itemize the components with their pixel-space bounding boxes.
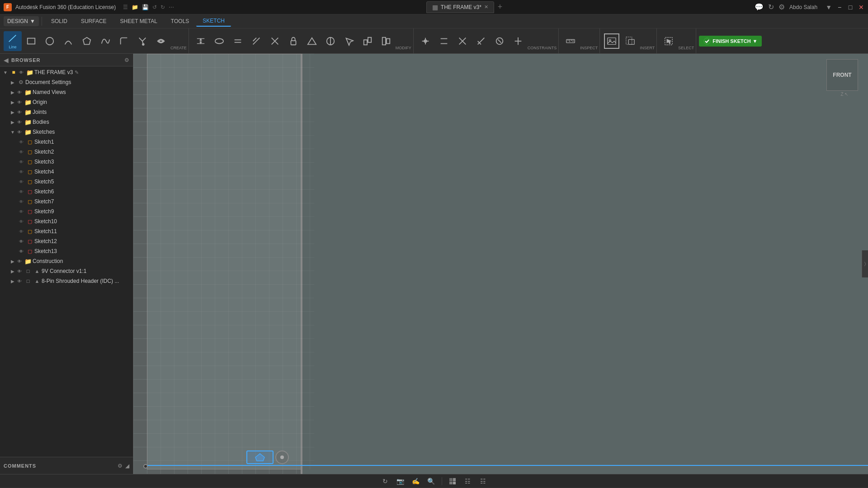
polygon-tool[interactable] xyxy=(78,31,96,51)
triangle-tool[interactable] xyxy=(303,31,321,51)
measure-tool[interactable] xyxy=(561,31,580,51)
insert-dxf-tool[interactable] xyxy=(621,31,639,51)
browser-settings-icon[interactable]: ⚙ xyxy=(124,57,129,63)
tab-solid[interactable]: SOLID xyxy=(45,16,74,26)
spline-tool[interactable] xyxy=(96,31,114,51)
display-settings-button[interactable]: ☷ xyxy=(477,476,489,486)
comments-settings-icon[interactable]: ⚙ xyxy=(118,463,123,469)
pick-tool[interactable] xyxy=(340,31,358,51)
frame-left-panel xyxy=(147,54,314,469)
browser-title: BROWSER xyxy=(11,57,40,63)
offset-tool[interactable] xyxy=(152,31,170,51)
select-group: SELECT xyxy=(658,28,696,53)
zoom-button[interactable]: 🔍 xyxy=(425,476,437,486)
tab-tools[interactable]: TOOLS xyxy=(165,16,195,26)
camera-button[interactable]: 📷 xyxy=(395,476,406,486)
fillet-tool[interactable] xyxy=(115,31,133,51)
constrain5-tool[interactable] xyxy=(491,31,509,51)
insert-label: INSERT xyxy=(640,46,655,50)
viewport[interactable]: FRONT Z ↖ 〉 xyxy=(133,54,868,474)
selection-point xyxy=(143,464,148,469)
equal-tool[interactable] xyxy=(229,31,247,51)
sidebar: ◀ BROWSER ⚙ ▼ ■ 👁 📁 THE FRAME v3 ✎ ▶ ⚙ D… xyxy=(0,54,133,474)
constrain2-tool[interactable] xyxy=(435,31,453,51)
tree-sketch13[interactable]: 👁 ▢ Sketch13 xyxy=(0,246,133,256)
stretch-tool[interactable] xyxy=(359,31,377,51)
tree-sketch5[interactable]: 👁 ▢ Sketch5 xyxy=(0,177,133,187)
tree-sketch12[interactable]: 👁 ▢ Sketch12 xyxy=(0,236,133,246)
tree-sketch4[interactable]: 👁 ▢ Sketch4 xyxy=(0,167,133,177)
create-label: CREATE xyxy=(170,46,187,50)
minimize-button[interactable]: − xyxy=(836,4,843,10)
create-group: Line xyxy=(2,28,189,53)
tree-8pin-header[interactable]: ▶ 👁 □ ▲ 8-Pin Shrouded Header (IDC) ... xyxy=(0,276,133,286)
visual-style-button[interactable] xyxy=(447,476,458,486)
tree-sketch11[interactable]: 👁 ▢ Sketch11 xyxy=(0,226,133,236)
constrain4-tool[interactable] xyxy=(472,31,490,51)
pan-button[interactable]: ✍ xyxy=(410,476,422,486)
svg-rect-1 xyxy=(28,38,35,44)
constraints-label: CONSTRAINTS xyxy=(528,46,557,50)
maximize-button[interactable]: □ xyxy=(847,4,854,10)
svg-point-10 xyxy=(215,38,223,43)
tree-sketches[interactable]: ▼ 👁 📁 Sketches xyxy=(0,127,133,137)
tree-joints[interactable]: ▶ 👁 📁 Joints xyxy=(0,107,133,117)
tree-9v-connector[interactable]: ▶ 👁 □ ▲ 9V Connector v1:1 xyxy=(0,266,133,276)
finish-sketch-button[interactable]: FINISH SKETCH ▼ xyxy=(699,36,762,47)
line-tool[interactable]: Line xyxy=(4,31,22,51)
tree-sketch2[interactable]: 👁 ▢ Sketch2 xyxy=(0,147,133,157)
svg-rect-44 xyxy=(629,39,635,44)
inspect-label: INSPECT xyxy=(580,46,598,50)
tree-document-settings[interactable]: ▶ ⚙ Document Settings xyxy=(0,77,133,87)
constrain3-tool[interactable] xyxy=(453,31,472,51)
tree-sketch9[interactable]: 👁 ▢ Sketch9 xyxy=(0,206,133,216)
tree-sketch7[interactable]: 👁 ▢ Sketch7 xyxy=(0,197,133,206)
tree-sketch3[interactable]: 👁 ▢ Sketch3 xyxy=(0,157,133,167)
stretch2-tool[interactable] xyxy=(377,31,395,51)
tree-root[interactable]: ▼ ■ 👁 📁 THE FRAME v3 ✎ xyxy=(0,67,133,77)
tree-sketch1[interactable]: 👁 ▢ Sketch1 xyxy=(0,137,133,147)
select-tool[interactable] xyxy=(660,31,678,51)
tree-construction[interactable]: ▶ 👁 📁 Construction xyxy=(0,256,133,266)
circle-outline-tool[interactable] xyxy=(321,31,340,51)
insert-image-tool[interactable] xyxy=(603,31,621,51)
close-button[interactable]: ✕ xyxy=(858,4,864,10)
grid-button[interactable]: ☷ xyxy=(462,476,474,486)
comments-expand-icon[interactable]: ◢ xyxy=(125,463,129,469)
tree-bodies[interactable]: ▶ 👁 📁 Bodies xyxy=(0,117,133,127)
svg-line-14 xyxy=(253,38,256,41)
tab-sheet-metal[interactable]: SHEET METAL xyxy=(114,16,164,26)
modify-label: MODIFY xyxy=(396,46,411,50)
trim-tool[interactable] xyxy=(133,31,151,51)
tree-origin[interactable]: ▶ 👁 📁 Origin xyxy=(0,97,133,107)
constrain6-tool[interactable] xyxy=(509,31,527,51)
tree-named-views[interactable]: ▶ 👁 📁 Named Views xyxy=(0,87,133,97)
svg-point-46 xyxy=(704,38,710,44)
ellipse-tool[interactable] xyxy=(210,31,228,51)
toolbar: DESIGN ▼ SOLID SURFACE SHEET METAL TOOLS… xyxy=(0,14,868,54)
right-panel-toggle[interactable]: 〉 xyxy=(862,250,868,277)
design-dropdown[interactable]: DESIGN ▼ xyxy=(4,16,39,26)
orbit-button[interactable]: ↻ xyxy=(379,476,391,486)
tab-sketch[interactable]: SKETCH xyxy=(196,16,231,27)
svg-point-2 xyxy=(46,37,54,45)
circle-tool[interactable] xyxy=(41,31,59,51)
tree-sketch10[interactable]: 👁 ▢ Sketch10 xyxy=(0,216,133,226)
tree-sketch6[interactable]: 👁 ▢ Sketch6 xyxy=(0,187,133,197)
svg-line-13 xyxy=(253,38,260,44)
view-cube[interactable]: FRONT Z ↖ xyxy=(826,59,863,95)
browser-header: ◀ BROWSER ⚙ xyxy=(0,54,133,66)
dimension-tool[interactable] xyxy=(192,31,210,51)
tab-surface[interactable]: SURFACE xyxy=(75,16,113,26)
select-label: SELECT xyxy=(678,46,694,50)
diagonal-tool[interactable] xyxy=(247,31,265,51)
xmark-tool[interactable] xyxy=(266,31,284,51)
collapse-icon[interactable]: ◀ xyxy=(4,56,9,64)
lock-tool[interactable] xyxy=(284,31,302,51)
arc-tool[interactable] xyxy=(59,31,77,51)
constrain1-tool[interactable] xyxy=(416,31,434,51)
rectangle-tool[interactable] xyxy=(22,31,40,51)
document-tab[interactable]: ▦ THE FRAME v3* ✕ xyxy=(426,1,494,13)
svg-rect-17 xyxy=(291,41,296,45)
svg-rect-36 xyxy=(566,39,575,42)
